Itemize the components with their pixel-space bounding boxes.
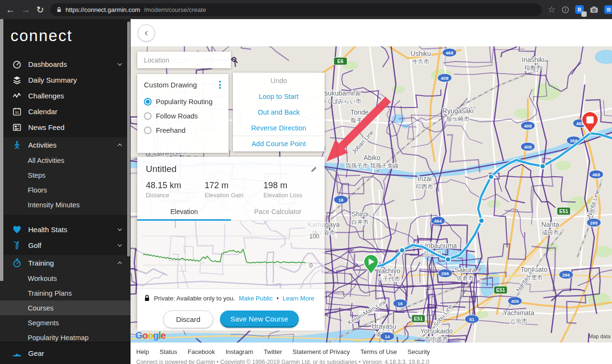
browser-toolbar: ← → ↻ https://connect.garmin.com/modern/… [0,0,612,19]
tab-pace-calculator[interactable]: Pace Calculator [231,203,325,221]
svg-text:0: 0 [309,262,313,269]
svg-text:龍ケ崎市: 龍ケ崎市 [447,116,470,122]
page-back-button[interactable]: ‹ [138,24,155,42]
sidebar-item-training[interactable]: Training [0,255,131,271]
sidebar-item-news-feed[interactable]: News Feed [0,119,131,135]
svg-text:Joban Line: Joban Line [350,129,375,155]
edit-title-icon[interactable] [310,165,318,173]
footer-link-statement-of-privacy[interactable]: Statement of Privacy [293,348,350,355]
extension-icon-2[interactable]: ⊞ [604,5,612,14]
radio-button[interactable] [144,112,152,120]
radio-follow-roads[interactable]: Follow Roads [137,109,229,123]
sidebar-item-gear[interactable]: Gear [0,342,131,364]
sidebar-item-training-plans[interactable]: Training Plans [0,286,131,300]
footer-link-instagram[interactable]: Instagram [226,348,253,355]
svg-text:Tsukubamirai: Tsukubamirai [321,89,361,97]
svg-text:Yachimata: Yachimata [503,309,534,317]
browser-back-icon[interactable]: ← [6,5,15,14]
make-public-link[interactable]: Make Public [239,295,273,302]
footer-legal: Connect is powered by Garmin • Copyright… [136,359,429,364]
sidebar-item-label: Health Stats [28,225,117,234]
camera-extension-icon[interactable] [590,6,599,14]
lock-icon [56,7,62,13]
extension-badge [581,11,587,17]
chevron-down-icon [117,226,123,233]
search-icon[interactable] [230,56,239,64]
radio-popularity-routing[interactable]: Popularity Routing [137,95,229,109]
gauge-icon [11,59,22,70]
drawing-menu-icon[interactable] [216,80,224,90]
browser-forward-icon[interactable]: → [21,5,30,14]
sidebar-item-dashboards[interactable]: Dashboards [0,56,131,72]
page-topbar: ‹ [131,19,612,46]
sidebar-item-daily-summary[interactable]: Daily Summary [0,72,131,88]
action-add-course-point[interactable]: Add Course Point [233,136,325,151]
tab-elevation[interactable]: Elevation [137,203,231,221]
golf-icon [11,240,22,251]
news-icon [11,122,22,133]
learn-more-link[interactable]: Learn More [283,295,314,302]
location-search-input[interactable] [144,56,230,64]
calendar-icon: 31 [11,107,22,117]
drawing-options: Popularity RoutingFollow RoadsFreehand [137,95,229,138]
svg-text:100: 100 [309,233,319,240]
svg-text:Yotsukaido: Yotsukaido [420,327,453,335]
location-search-panel [137,52,231,68]
svg-text:Sobu Line: Sobu Line [432,303,454,328]
custom-drawing-title: Custom Drawing [144,81,216,89]
action-out-and-back[interactable]: Out and Back [233,104,325,120]
stat-label: Elevation Loss [263,192,322,199]
footer-link-status[interactable]: Status [160,348,177,355]
chevron-down-icon [117,61,123,67]
stat-distance: 48.15 kmDistance [146,181,205,199]
save-new-course-button[interactable]: Save New Course [220,310,299,328]
sidebar-item-workouts[interactable]: Workouts [0,271,131,286]
sidebar-scrollbar[interactable] [127,21,130,257]
svg-text:31: 31 [15,110,19,115]
radio-button[interactable] [144,98,152,106]
course-stats: 48.15 kmDistance172 mElevation Gain198 m… [137,177,325,203]
discard-button[interactable]: Discard [163,310,213,328]
footer-link-security[interactable]: Security [407,348,430,355]
sidebar-item-golf[interactable]: Golf [0,237,131,253]
address-bar[interactable]: https://connect.garmin.com/modern/course… [50,3,542,16]
footer-link-facebook[interactable]: Facebook [188,348,215,355]
lock-icon-privacy [144,294,150,302]
footer-link-twitter[interactable]: Twitter [264,348,282,355]
extension-icon[interactable]: B [575,5,584,14]
sidebar-item-challenges[interactable]: Challenges [0,88,131,104]
radio-freehand[interactable]: Freehand [137,123,229,138]
chevron-up-icon [117,142,123,148]
sidebar-item-courses[interactable]: Courses [0,300,131,315]
svg-text:Narita: Narita [541,221,559,228]
stat-value: 48.15 km [146,181,205,191]
svg-text:Keisei Main Line: Keisei Main Line [347,299,388,326]
sidebar-item-floors[interactable]: Floors [0,182,131,197]
radio-button[interactable] [144,127,152,134]
sidebar-item-health-stats[interactable]: Health Stats [0,222,131,237]
stat-elevation-gain: 172 mElevation Gain [205,181,263,199]
svg-text:Narita Line: Narita Line [586,189,601,218]
custom-drawing-panel: Custom Drawing Popularity RoutingFollow … [137,74,229,153]
action-loop-to-start[interactable]: Loop to Start [233,88,325,104]
bookmark-star-icon[interactable]: ☆ [548,4,556,15]
stat-value: 172 m [205,181,263,191]
radio-label: Freehand [156,127,186,134]
sidebar-item-calendar[interactable]: 31Calendar [0,104,131,119]
runner-icon [11,140,22,150]
footer-link-help[interactable]: Help [136,348,149,355]
footer-link-terms-of-use[interactable]: Terms of Use [361,348,397,355]
sidebar-item-all-activities[interactable]: All Activities [0,153,131,168]
elevation-chart: 0100 [137,221,325,289]
course-tabs: ElevationPace Calculator [137,203,325,221]
chevron-down-icon [117,242,123,248]
sidebar-item-segments[interactable]: Segments [0,315,131,330]
sidebar-item-steps[interactable]: Steps [0,168,131,182]
action-reverse-direction[interactable]: Reverse Direction [233,120,325,136]
sidebar-item-intensity-minutes[interactable]: Intensity Minutes [0,197,131,212]
info-icon[interactable] [561,6,569,14]
garmin-connect-logo[interactable]: connect [0,19,131,49]
sidebar-item-activities[interactable]: Activities [0,137,131,153]
browser-reload-icon[interactable]: ↻ [36,5,44,14]
heart-icon [11,225,22,235]
